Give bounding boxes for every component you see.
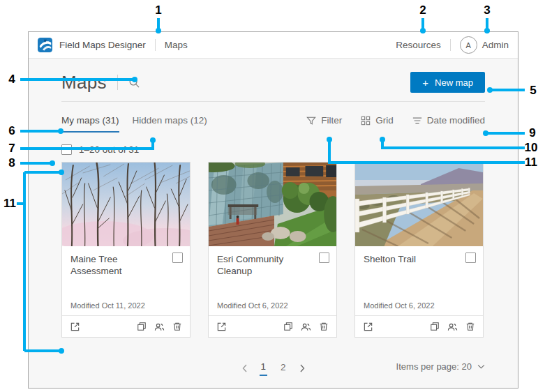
new-map-button[interactable]: + New map <box>410 72 485 93</box>
map-card[interactable]: Shelton Trail Modified Oct 6, 2022 <box>354 162 484 338</box>
app-header: Field Maps Designer Maps Resources A Adm… <box>29 32 518 59</box>
new-map-label: New map <box>435 77 473 88</box>
page-button-2[interactable]: 2 <box>279 361 288 375</box>
pager: 1 2 <box>241 360 304 376</box>
open-map-icon[interactable] <box>363 322 373 332</box>
select-all-checkbox[interactable] <box>61 144 72 155</box>
open-map-icon[interactable] <box>70 322 80 332</box>
count-label: 1–20 out of 31 <box>79 144 139 155</box>
esri-logo-icon <box>38 38 52 52</box>
callout-9: 9 <box>529 126 535 140</box>
search-icon[interactable] <box>128 77 140 89</box>
duplicate-icon[interactable] <box>430 322 440 331</box>
page-button-1[interactable]: 1 <box>259 360 267 376</box>
card-checkbox[interactable] <box>172 252 183 263</box>
delete-icon[interactable] <box>319 322 329 331</box>
filter-icon <box>306 116 316 126</box>
card-footer <box>355 315 483 337</box>
chevron-left-icon[interactable] <box>241 364 247 372</box>
map-card[interactable]: Esri Community Cleanup Modified Oct 6, 2… <box>208 162 337 338</box>
grid-view-button[interactable]: Grid <box>361 115 394 126</box>
chevron-right-icon[interactable] <box>299 364 305 372</box>
page-title: Maps <box>61 73 107 91</box>
callout-7: 7 <box>8 142 15 156</box>
card-info: Esri Community Cleanup Modified Oct 6, 2… <box>209 246 336 315</box>
members-icon[interactable] <box>447 322 458 332</box>
card-thumbnail-fence-trail[interactable] <box>355 163 483 246</box>
map-card[interactable]: Maine Tree Assessment Modified Oct 11, 2… <box>61 162 191 338</box>
field-maps-designer-window: Field Maps Designer Maps Resources A Adm… <box>28 31 518 389</box>
card-thumbnail-campus-building[interactable] <box>209 163 336 246</box>
items-per-page-select[interactable]: Items per page: 20 <box>396 361 485 372</box>
tab-hidden-maps[interactable]: Hidden maps (12) <box>133 115 207 133</box>
chevron-down-icon <box>477 364 485 369</box>
plus-icon: + <box>422 77 428 88</box>
user-menu[interactable]: Admin <box>482 40 509 50</box>
card-modified-date: Modified Oct 6, 2022 <box>217 301 288 310</box>
items-per-page-label: Items per page: 20 <box>396 361 472 372</box>
callout-6: 6 <box>8 124 15 138</box>
callout-8: 8 <box>8 156 15 170</box>
tab-my-maps[interactable]: My maps (31) <box>61 115 119 133</box>
filter-button[interactable]: Filter <box>306 115 342 126</box>
callout-2: 2 <box>419 3 426 17</box>
members-icon[interactable] <box>301 322 311 332</box>
card-thumbnail-winter-trees[interactable] <box>62 163 190 246</box>
count-row: 1–20 out of 31 <box>61 144 485 155</box>
card-modified-date: Modified Oct 11, 2022 <box>70 301 145 310</box>
avatar[interactable]: A <box>460 36 477 54</box>
members-icon[interactable] <box>154 322 165 332</box>
card-modified-date: Modified Oct 6, 2022 <box>364 301 435 310</box>
app-title: Field Maps Designer <box>59 40 146 50</box>
sort-label: Date modified <box>427 115 485 126</box>
header-divider-2 <box>450 39 451 51</box>
card-footer <box>209 315 336 337</box>
nav-maps[interactable]: Maps <box>165 40 188 50</box>
card-title[interactable]: Esri Community Cleanup <box>217 254 328 278</box>
grid-label: Grid <box>375 115 394 126</box>
callout-11-left: 11 <box>3 197 16 211</box>
page-head: Maps + New map <box>61 59 485 102</box>
header-divider <box>155 39 156 51</box>
callout-5: 5 <box>530 84 536 98</box>
sort-button[interactable]: Date modified <box>412 115 485 126</box>
pagination-row: 1 2 Items per page: 20 <box>61 360 485 378</box>
callout-10: 10 <box>525 141 538 155</box>
card-footer <box>62 315 190 337</box>
map-card-grid: Maine Tree Assessment Modified Oct 11, 2… <box>61 162 485 338</box>
callout-3: 3 <box>484 3 490 17</box>
delete-icon[interactable] <box>172 322 182 331</box>
resources-link[interactable]: Resources <box>396 40 441 50</box>
tabs-toolbar-row: My maps (31) Hidden maps (12) Filter <box>61 115 485 133</box>
card-title[interactable]: Shelton Trail <box>364 254 475 266</box>
sort-icon <box>412 116 422 126</box>
callout-11-right: 11 <box>525 156 537 169</box>
card-checkbox[interactable] <box>465 252 476 263</box>
title-divider <box>117 75 118 90</box>
callout-1: 1 <box>155 3 161 17</box>
open-map-icon[interactable] <box>216 322 227 332</box>
card-info: Maine Tree Assessment Modified Oct 11, 2… <box>62 246 190 315</box>
callout-4: 4 <box>8 73 15 86</box>
page-content: Maps + New map My maps (31) Hidden maps … <box>29 59 518 389</box>
filter-label: Filter <box>321 115 342 126</box>
view-controls: Filter Grid <box>306 115 485 126</box>
delete-icon[interactable] <box>465 322 475 331</box>
duplicate-icon[interactable] <box>283 322 293 331</box>
card-info: Shelton Trail Modified Oct 6, 2022 <box>355 246 483 315</box>
grid-icon <box>361 116 371 126</box>
duplicate-icon[interactable] <box>137 322 147 331</box>
card-checkbox[interactable] <box>319 252 329 263</box>
card-title[interactable]: Maine Tree Assessment <box>70 254 181 278</box>
documentation-figure: 1 2 3 4 5 6 7 8 9 10 11 11 Field Maps De… <box>0 0 545 392</box>
